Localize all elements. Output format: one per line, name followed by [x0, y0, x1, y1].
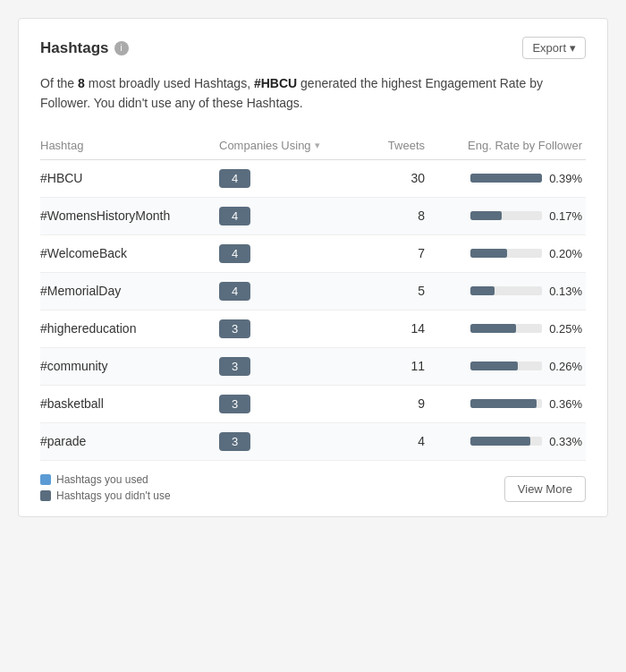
table-row: #parade 3 4 0.33% — [40, 423, 586, 461]
table-row: #basketball 3 9 0.36% — [40, 386, 586, 423]
companies-cell: 3 — [219, 395, 353, 413]
eng-rate-bar — [470, 362, 542, 370]
eng-rate-bar-fill — [470, 362, 518, 370]
export-label: Export — [532, 41, 566, 55]
eng-rate-value: 0.26% — [549, 360, 582, 373]
eng-rate-bar — [470, 324, 542, 333]
hashtag-name: #community — [40, 359, 219, 373]
eng-rate-cell: 0.39% — [425, 172, 586, 185]
hashtags-card: Hashtags i Export ▾ Of the 8 most broadl… — [18, 18, 608, 517]
eng-rate-cell: 0.25% — [425, 322, 586, 336]
eng-rate-bar-fill — [470, 324, 516, 333]
companies-cell: 3 — [219, 432, 353, 451]
legend-unused: Hashtags you didn't use — [40, 489, 171, 502]
companies-badge: 4 — [219, 282, 250, 301]
eng-rate-bar — [470, 399, 542, 408]
legend-used-label: Hashtags you used — [56, 473, 148, 486]
summary-pre: Of the — [40, 76, 78, 90]
tweets-count: 7 — [353, 246, 425, 260]
eng-rate-cell: 0.33% — [425, 435, 586, 448]
legend-unused-label: Hashtags you didn't use — [56, 489, 171, 502]
hashtag-name: #WomensHistoryMonth — [40, 208, 219, 223]
eng-rate-value: 0.39% — [549, 172, 582, 185]
eng-rate-bar — [470, 249, 542, 258]
companies-badge: 3 — [219, 432, 250, 451]
col-header-companies[interactable]: Companies Using ▾ — [219, 139, 353, 152]
col-header-tweets: Tweets — [353, 139, 425, 152]
tweets-count: 30 — [353, 171, 425, 185]
eng-rate-value: 0.13% — [549, 285, 582, 298]
summary-highlight: #HBCU — [254, 76, 297, 90]
tweets-count: 4 — [353, 434, 425, 448]
companies-cell: 4 — [219, 207, 353, 225]
tweets-count: 14 — [353, 321, 425, 336]
hashtag-name: #highereducation — [40, 321, 219, 336]
companies-cell: 4 — [219, 169, 353, 188]
legend-used-color — [40, 474, 51, 485]
title-area: Hashtags i — [40, 39, 129, 57]
eng-rate-bar-fill — [470, 249, 507, 258]
eng-rate-bar — [470, 174, 542, 183]
eng-rate-value: 0.17% — [549, 209, 582, 223]
eng-rate-value: 0.33% — [549, 435, 582, 448]
legend: Hashtags you used Hashtags you didn't us… — [40, 473, 171, 502]
companies-badge: 4 — [219, 169, 250, 188]
eng-rate-bar-fill — [470, 211, 501, 220]
eng-rate-cell: 0.17% — [425, 209, 586, 223]
companies-badge: 3 — [219, 357, 250, 376]
companies-badge: 4 — [219, 207, 250, 225]
companies-badge: 3 — [219, 395, 250, 413]
companies-badge: 4 — [219, 244, 250, 263]
hashtag-name: #parade — [40, 434, 219, 448]
companies-label: Companies Using — [219, 139, 311, 152]
table-row: #MemorialDay 4 5 0.13% — [40, 273, 586, 310]
hashtag-name: #WelcomeBack — [40, 246, 219, 260]
hashtag-name: #basketball — [40, 396, 219, 411]
export-button[interactable]: Export ▾ — [522, 37, 586, 59]
eng-rate-bar-fill — [470, 174, 542, 183]
eng-rate-bar-fill — [470, 399, 537, 408]
summary-text: Of the 8 most broadly used Hashtags, #HB… — [40, 73, 586, 114]
eng-rate-bar — [470, 286, 542, 295]
companies-badge: 3 — [219, 319, 250, 338]
tweets-count: 5 — [353, 284, 425, 298]
card-header: Hashtags i Export ▾ — [40, 37, 586, 59]
eng-rate-bar-fill — [470, 286, 494, 295]
eng-rate-bar-fill — [470, 437, 530, 446]
export-arrow-icon: ▾ — [570, 41, 576, 55]
hashtag-table: Hashtag Companies Using ▾ Tweets Eng. Ra… — [40, 132, 586, 461]
companies-cell: 4 — [219, 282, 353, 301]
card-footer: Hashtags you used Hashtags you didn't us… — [40, 473, 586, 502]
eng-rate-cell: 0.20% — [425, 247, 586, 260]
eng-rate-bar — [470, 437, 542, 446]
eng-rate-bar — [470, 211, 542, 220]
info-icon[interactable]: i — [114, 41, 129, 55]
table-header: Hashtag Companies Using ▾ Tweets Eng. Ra… — [40, 132, 586, 160]
eng-rate-cell: 0.36% — [425, 397, 586, 411]
table-row: #WelcomeBack 4 7 0.20% — [40, 235, 586, 273]
col-header-hashtag: Hashtag — [40, 139, 219, 152]
table-row: #WomensHistoryMonth 4 8 0.17% — [40, 198, 586, 235]
eng-rate-cell: 0.13% — [425, 285, 586, 298]
eng-rate-cell: 0.26% — [425, 360, 586, 373]
table-row: #HBCU 4 30 0.39% — [40, 160, 586, 198]
card-title: Hashtags — [40, 39, 109, 57]
sort-arrow-icon: ▾ — [315, 140, 320, 151]
companies-cell: 3 — [219, 319, 353, 338]
table-row: #highereducation 3 14 0.25% — [40, 310, 586, 348]
view-more-label: View More — [518, 482, 572, 496]
summary-mid: most broadly used Hashtags, — [85, 76, 254, 90]
eng-rate-value: 0.36% — [549, 397, 582, 411]
tweets-count: 8 — [353, 208, 425, 223]
legend-used: Hashtags you used — [40, 473, 171, 486]
tweets-count: 11 — [353, 359, 425, 373]
hashtag-name: #HBCU — [40, 171, 219, 185]
companies-cell: 3 — [219, 357, 353, 376]
table-row: #community 3 11 0.26% — [40, 348, 586, 386]
summary-count: 8 — [78, 76, 85, 90]
col-header-eng-rate: Eng. Rate by Follower — [425, 139, 586, 152]
companies-cell: 4 — [219, 244, 353, 263]
eng-rate-value: 0.20% — [549, 247, 582, 260]
table-rows: #HBCU 4 30 0.39% #WomensHistoryMonth 4 8 — [40, 160, 586, 461]
view-more-button[interactable]: View More — [504, 476, 586, 502]
